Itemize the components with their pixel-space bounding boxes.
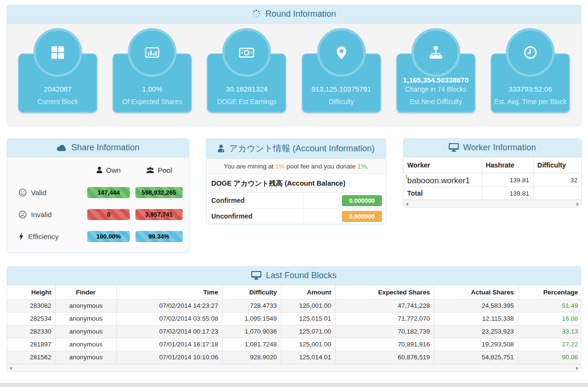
blocks-table-cell: anonymous xyxy=(55,351,116,364)
unconfirmed-row: Unconfirmed 0.000000 xyxy=(206,209,386,224)
invalid-label: Invalid xyxy=(12,210,83,219)
share-information-title: Share Information xyxy=(71,143,139,152)
tile-circle xyxy=(33,28,82,77)
blocks-table-row: 282330anonymous07/02/2014 00:17:231,070.… xyxy=(7,325,582,338)
blocks-table-row: 283082anonymous07/02/2014 14:23:27728.47… xyxy=(7,300,582,313)
blocks-table-cell: 12,115,338 xyxy=(434,313,518,325)
blocks-table-cell: 282330 xyxy=(7,325,55,338)
blocks-table-cell: anonymous xyxy=(55,325,116,338)
blocks-table-cell: 928.9020 xyxy=(222,351,281,364)
tile-subvalue: Change in 74 Blocks xyxy=(399,85,473,93)
blocks-table-cell: 281897 xyxy=(7,338,55,351)
last-found-blocks-panel: Last Found Blocks Height Finder Time Dif… xyxy=(7,266,581,372)
smile-icon xyxy=(19,188,27,197)
efficiency-pool-badge: 99.34% xyxy=(135,231,183,242)
share-information-heading: Share Information xyxy=(7,139,189,157)
page-bottom-strip xyxy=(0,383,588,387)
tile-circle xyxy=(506,28,555,77)
tile-circle xyxy=(128,28,176,77)
worker-information-title: Worker Information xyxy=(463,143,536,152)
worker-hashrate-cell: 139.81 xyxy=(482,173,533,187)
stat-tile-difficulty: 913,125.10375791 Difficulty xyxy=(302,53,381,113)
user-icon xyxy=(96,167,103,174)
percentage-column-header: Percentage xyxy=(518,285,582,300)
blocks-table-cell: 90.06 xyxy=(518,351,582,364)
blocks-table-cell: 16.88 xyxy=(518,313,582,325)
worker-column-header: Worker xyxy=(403,157,482,173)
tile-circle xyxy=(222,28,271,77)
worker-table: Worker Hashrate Difficulty babooon.worke… xyxy=(403,157,581,200)
tile-value: 333793:52:06 xyxy=(494,85,567,93)
worker-horizontal-scrollbar[interactable] xyxy=(403,200,581,207)
blocks-table-cell: 71,772,070 xyxy=(335,313,434,325)
tile-value: 30.16281324 xyxy=(210,85,283,93)
confirmed-label: Confirmed xyxy=(206,193,303,208)
round-information-title: Round Information xyxy=(265,9,336,19)
blocks-table-cell: 282534 xyxy=(7,313,55,325)
stat-tile-current-block: 2042087 Current Block xyxy=(18,53,97,113)
unconfirmed-label: Unconfirmed xyxy=(206,209,303,224)
account-information-title: アカウント情報 (Account Information) xyxy=(229,144,374,153)
blocks-table-cell: 70,891,916 xyxy=(335,338,434,351)
round-information-body: 2042087 Current Block 1.00% Of Expected … xyxy=(7,24,581,126)
stat-tile-est-next-difficulty: 1,165,354.50338870 Change in 74 Blocks E… xyxy=(396,53,475,113)
total-label-cell: Total xyxy=(403,187,482,200)
blocks-table-row: 281562anonymous07/01/2014 10:10:06928.90… xyxy=(7,351,582,364)
total-hashrate-cell: 139.81 xyxy=(482,187,533,200)
hashrate-column-header: Hashrate xyxy=(482,157,533,173)
blocks-table-cell: anonymous xyxy=(55,300,116,313)
share-row-efficiency: Efficiency 100.00% 99.34% xyxy=(12,231,184,242)
cloud-icon xyxy=(56,145,67,152)
tile-label: DOGE Est Earnings xyxy=(210,98,283,105)
blocks-table-cell: 283082 xyxy=(7,300,55,313)
tile-value: 913,125.10375791 xyxy=(305,85,378,93)
account-balance-header: DOGE アカウント残高 (Account Balance) xyxy=(206,174,386,193)
scroll-left-arrow[interactable] xyxy=(406,202,408,206)
worker-information-heading: Worker Information xyxy=(403,139,581,157)
tile-circle xyxy=(317,28,366,77)
scroll-right-arrow[interactable] xyxy=(576,366,578,370)
efficiency-own-badge: 100.00% xyxy=(87,231,130,242)
blocks-table-cell: 125,014.01 xyxy=(281,351,335,364)
worker-name-cell[interactable]: babooon.worker1 xyxy=(403,173,482,187)
blocks-table-cell: 125,015.01 xyxy=(281,313,335,325)
scroll-right-arrow[interactable] xyxy=(577,202,579,206)
worker-information-body: Worker Hashrate Difficulty babooon.worke… xyxy=(403,157,581,207)
total-difficulty-cell xyxy=(533,187,581,200)
valid-pool-badge: 598,932,265 xyxy=(135,187,183,198)
spinner-icon xyxy=(252,9,261,18)
desktop-icon xyxy=(449,143,459,152)
time-column-header: Time xyxy=(116,285,222,300)
blocks-table-cell: 07/02/2014 03:55:08 xyxy=(116,313,222,325)
last-found-blocks-heading: Last Found Blocks xyxy=(7,267,581,285)
worker-difficulty-cell: 32 xyxy=(533,173,581,187)
stat-tile-est-earnings: 30.16281324 DOGE Est Earnings xyxy=(207,53,286,113)
unconfirmed-balance-badge: 0.000000 xyxy=(342,211,382,222)
invalid-pool-badge: 3,957,741 xyxy=(135,209,183,220)
blocks-horizontal-scrollbar[interactable] xyxy=(7,364,581,371)
blocks-table-cell: 51.49 xyxy=(518,300,582,313)
share-row-valid: Valid 147,444 598,932,265 xyxy=(12,187,184,198)
map-marker-icon xyxy=(337,46,346,59)
blocks-table-cell: 1,070.9036 xyxy=(222,325,281,338)
blocks-table-cell: 728.4733 xyxy=(222,300,281,313)
mining-dashboard: Round Information 2042087 Current Block … xyxy=(0,0,588,372)
tile-label: Est. Avg. Time per Block xyxy=(494,98,567,105)
valid-label: Valid xyxy=(12,188,83,197)
blocks-table-cell: 27.22 xyxy=(518,338,582,351)
amount-column-header: Amount xyxy=(281,285,335,300)
blocks-table-cell: 54,825,751 xyxy=(434,351,518,364)
users-icon xyxy=(146,167,155,174)
blocks-table-cell: anonymous xyxy=(55,338,116,351)
scroll-left-arrow[interactable] xyxy=(10,366,12,370)
difficulty-column-header: Difficulty xyxy=(222,285,281,300)
tile-label: Of Expected Shares xyxy=(115,98,189,105)
account-information-heading: アカウント情報 (Account Information) xyxy=(206,139,386,159)
share-information-panel: Share Information Own Pool Valid 14 xyxy=(7,138,189,253)
frown-icon xyxy=(19,210,27,219)
worker-total-row: Total 139.81 xyxy=(403,187,581,200)
bar-chart-icon xyxy=(145,47,159,58)
confirmed-row: Confirmed 0.000000 xyxy=(206,193,386,209)
blocks-table-cell: 07/02/2014 14:23:27 xyxy=(116,300,222,313)
blocks-table-cell: 1,095.1549 xyxy=(222,313,281,325)
